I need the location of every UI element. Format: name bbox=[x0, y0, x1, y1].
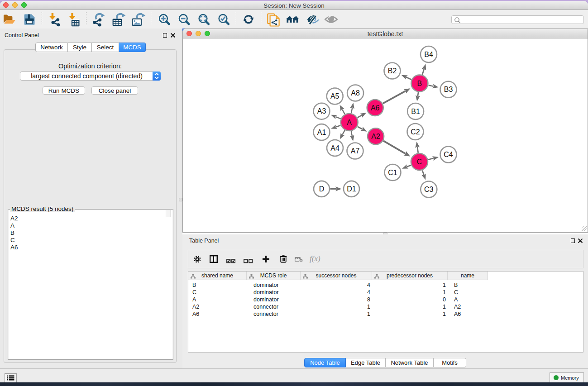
svg-text:C1: C1 bbox=[388, 169, 397, 176]
svg-text:A3: A3 bbox=[317, 107, 326, 115]
svg-text:B4: B4 bbox=[424, 51, 433, 58]
svg-text:A2: A2 bbox=[371, 133, 380, 140]
svg-text:C4: C4 bbox=[444, 151, 453, 158]
svg-text:C3: C3 bbox=[424, 186, 434, 193]
svg-text:A8: A8 bbox=[351, 89, 360, 97]
svg-text:A5: A5 bbox=[330, 92, 339, 100]
svg-text:A4: A4 bbox=[330, 144, 339, 152]
svg-text:A7: A7 bbox=[351, 147, 360, 155]
svg-text:A: A bbox=[347, 119, 352, 126]
svg-text:B3: B3 bbox=[444, 86, 453, 93]
svg-text:B2: B2 bbox=[388, 67, 397, 75]
svg-text:C: C bbox=[417, 158, 422, 166]
svg-text:C2: C2 bbox=[411, 128, 420, 136]
svg-text:D: D bbox=[319, 185, 325, 193]
svg-text:B1: B1 bbox=[411, 108, 420, 115]
svg-text:A6: A6 bbox=[371, 104, 380, 112]
svg-text:D1: D1 bbox=[347, 185, 356, 193]
svg-text:B: B bbox=[417, 80, 422, 87]
svg-text:A1: A1 bbox=[317, 129, 326, 136]
